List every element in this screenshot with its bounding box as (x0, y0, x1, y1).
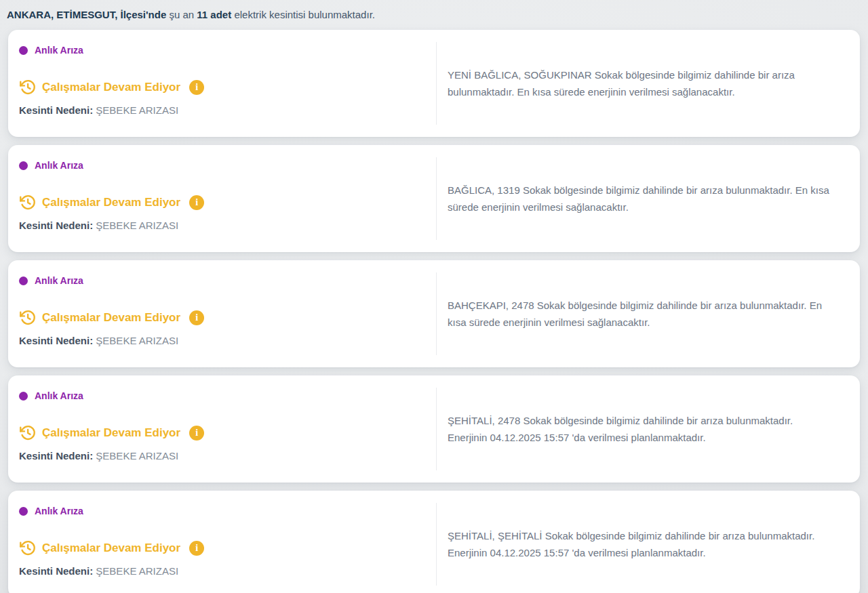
reason-row: Kesinti Nedeni: ŞEBEKE ARIZASI (19, 335, 428, 346)
work-status-label: Çalışmalar Devam Ediyor (42, 81, 180, 94)
outage-card-right: ŞEHİTALİ, 2478 Sokak bölgesinde bilgimiz… (437, 375, 860, 483)
summary-tail-text: elektrik kesintisi bulunmaktadır. (234, 9, 375, 20)
outage-description: ŞEHİTALİ, 2478 Sokak bölgesinde bilgimiz… (448, 412, 834, 446)
status-dot-icon (19, 161, 28, 170)
reason-label: Kesinti Nedeni: (19, 104, 93, 116)
outage-card: Anlık Arıza Çalışmalar Devam Ediyor i Ke… (8, 30, 860, 137)
reason-row: Kesinti Nedeni: ŞEBEKE ARIZASI (19, 104, 428, 116)
outage-card-left: Anlık Arıza Çalışmalar Devam Ediyor i Ke… (8, 30, 436, 137)
work-status-row: Çalışmalar Devam Ediyor i (19, 539, 428, 556)
reason-label: Kesinti Nedeni: (19, 450, 93, 462)
outage-summary-header: ANKARA, ETİMESGUT, İlçesi'nde şu an 11 a… (0, 0, 868, 27)
work-status-label: Çalışmalar Devam Ediyor (42, 196, 180, 209)
status-dot-icon (19, 392, 28, 401)
outage-card-left: Anlık Arıza Çalışmalar Devam Ediyor i Ke… (8, 145, 436, 252)
info-icon[interactable]: i (189, 195, 204, 210)
status-dot-icon (19, 46, 28, 55)
outage-card-right: YENİ BAĞLICA, SOĞUKPINAR Sokak bölgesind… (437, 30, 860, 137)
outage-description: BAĞLICA, 1319 Sokak bölgesinde bilgimiz … (448, 182, 834, 216)
work-status-row: Çalışmalar Devam Ediyor i (19, 194, 428, 211)
status-dot-icon (19, 277, 28, 285)
work-status-row: Çalışmalar Devam Ediyor i (19, 424, 428, 441)
status-row: Anlık Arıza (19, 275, 428, 286)
outage-card-right: ŞEHİTALİ, ŞEHİTALİ Sokak bölgesinde bilg… (437, 491, 860, 593)
outage-description: BAHÇEKAPI, 2478 Sokak bölgesinde bilgimi… (448, 297, 834, 331)
summary-outage-count: 11 adet (197, 9, 231, 20)
reason-row: Kesinti Nedeni: ŞEBEKE ARIZASI (19, 450, 428, 462)
outage-card: Anlık Arıza Çalışmalar Devam Ediyor i Ke… (8, 491, 860, 593)
work-status-label: Çalışmalar Devam Ediyor (42, 426, 180, 440)
reason-value: ŞEBEKE ARIZASI (96, 104, 178, 116)
work-status-row: Çalışmalar Devam Ediyor i (19, 79, 428, 96)
reason-value: ŞEBEKE ARIZASI (96, 335, 178, 346)
status-label: Anlık Arıza (35, 160, 83, 171)
outage-card: Anlık Arıza Çalışmalar Devam Ediyor i Ke… (8, 145, 860, 252)
reason-value: ŞEBEKE ARIZASI (96, 220, 178, 231)
outage-card-left: Anlık Arıza Çalışmalar Devam Ediyor i Ke… (8, 260, 436, 367)
status-label: Anlık Arıza (35, 506, 83, 516)
status-dot-icon (19, 507, 28, 516)
history-clock-icon (19, 194, 36, 211)
work-status-label: Çalışmalar Devam Ediyor (42, 311, 180, 325)
history-clock-icon (19, 424, 36, 441)
status-row: Anlık Arıza (19, 390, 428, 401)
reason-label: Kesinti Nedeni: (19, 335, 93, 346)
history-clock-icon (19, 79, 36, 96)
outage-description: YENİ BAĞLICA, SOĞUKPINAR Sokak bölgesind… (448, 66, 834, 100)
outage-list: Anlık Arıza Çalışmalar Devam Ediyor i Ke… (0, 27, 868, 593)
summary-mid-text: şu an (169, 9, 194, 20)
work-status-row: Çalışmalar Devam Ediyor i (19, 309, 428, 326)
outage-card-left: Anlık Arıza Çalışmalar Devam Ediyor i Ke… (8, 375, 436, 483)
info-icon[interactable]: i (189, 310, 204, 325)
reason-row: Kesinti Nedeni: ŞEBEKE ARIZASI (19, 565, 428, 577)
reason-row: Kesinti Nedeni: ŞEBEKE ARIZASI (19, 220, 428, 231)
reason-label: Kesinti Nedeni: (19, 565, 93, 577)
reason-label: Kesinti Nedeni: (19, 220, 93, 231)
outage-card: Anlık Arıza Çalışmalar Devam Ediyor i Ke… (8, 375, 860, 483)
status-label: Anlık Arıza (35, 45, 83, 56)
outage-description: ŞEHİTALİ, ŞEHİTALİ Sokak bölgesinde bilg… (448, 527, 834, 561)
reason-value: ŞEBEKE ARIZASI (96, 450, 178, 462)
status-label: Anlık Arıza (35, 390, 83, 401)
status-row: Anlık Arıza (19, 45, 428, 56)
outage-card-right: BAĞLICA, 1319 Sokak bölgesinde bilgimiz … (437, 145, 860, 252)
summary-location: ANKARA, ETİMESGUT, İlçesi'nde (7, 9, 166, 20)
work-status-label: Çalışmalar Devam Ediyor (42, 541, 180, 555)
status-label: Anlık Arıza (35, 275, 83, 286)
history-clock-icon (19, 539, 36, 556)
outage-card-right: BAHÇEKAPI, 2478 Sokak bölgesinde bilgimi… (437, 260, 860, 367)
status-row: Anlık Arıza (19, 506, 428, 516)
outage-card-left: Anlık Arıza Çalışmalar Devam Ediyor i Ke… (8, 491, 436, 593)
info-icon[interactable]: i (189, 541, 204, 556)
info-icon[interactable]: i (189, 80, 204, 95)
outage-card: Anlık Arıza Çalışmalar Devam Ediyor i Ke… (8, 260, 860, 367)
history-clock-icon (19, 309, 36, 326)
status-row: Anlık Arıza (19, 160, 428, 171)
reason-value: ŞEBEKE ARIZASI (96, 565, 178, 577)
info-icon[interactable]: i (189, 426, 204, 441)
